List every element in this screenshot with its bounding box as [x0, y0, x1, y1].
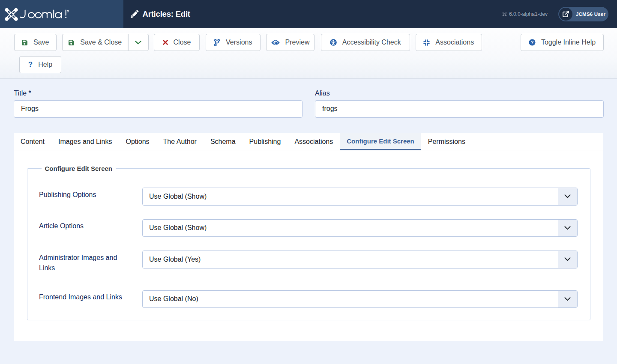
- svg-text:?: ?: [531, 40, 534, 45]
